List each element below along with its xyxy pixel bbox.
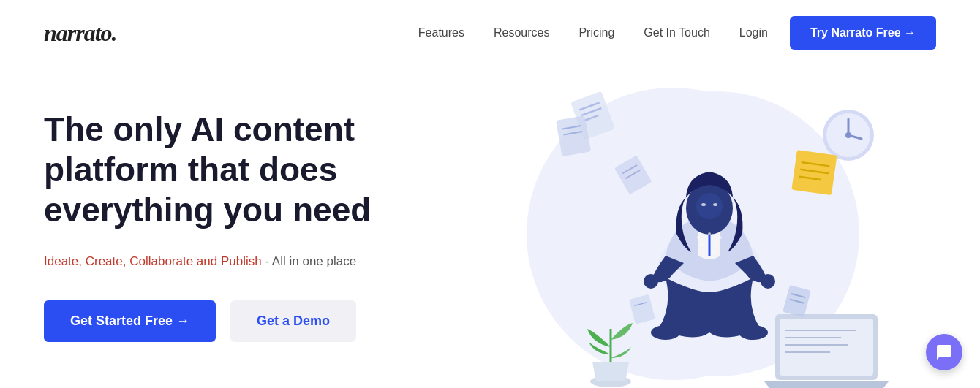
svg-point-36 <box>761 274 775 289</box>
hero-svg-illustration <box>512 80 921 388</box>
svg-rect-18 <box>780 319 873 376</box>
svg-point-40 <box>696 193 723 219</box>
svg-point-44 <box>708 232 711 235</box>
nav-resources[interactable]: Resources <box>494 26 549 39</box>
svg-point-47 <box>716 244 718 246</box>
hero-subtitle-highlight: Ideate, Create, Collaborate and Publish <box>44 254 262 268</box>
svg-point-46 <box>701 244 704 246</box>
svg-point-42 <box>713 203 717 206</box>
svg-rect-5 <box>556 115 591 156</box>
svg-point-45 <box>719 236 722 239</box>
nav-links: Features Resources Pricing Get In Touch … <box>418 26 768 39</box>
nav-get-in-touch[interactable]: Get In Touch <box>644 26 709 39</box>
svg-point-35 <box>644 274 658 289</box>
svg-point-37 <box>651 325 680 340</box>
chat-button[interactable] <box>926 334 962 370</box>
hero-subtitle: Ideate, Create, Collaborate and Publish … <box>44 251 483 271</box>
hero-title: The only AI content platform that does e… <box>44 110 483 231</box>
svg-point-48 <box>705 251 707 254</box>
svg-point-49 <box>712 251 715 254</box>
svg-point-43 <box>697 236 700 239</box>
nav-login[interactable]: Login <box>739 26 768 39</box>
svg-point-12 <box>845 132 851 138</box>
navbar: narrato. Features Resources Pricing Get … <box>0 0 980 66</box>
get-demo-button[interactable]: Get a Demo <box>230 300 356 342</box>
hero-buttons: Get Started Free → Get a Demo <box>44 300 483 342</box>
svg-point-38 <box>739 325 768 340</box>
hero-content: The only AI content platform that does e… <box>44 80 483 342</box>
nav-pricing[interactable]: Pricing <box>578 26 614 39</box>
get-started-button[interactable]: Get Started Free → <box>44 300 216 342</box>
hero-illustration <box>483 80 936 388</box>
svg-point-41 <box>701 203 706 206</box>
nav-features[interactable]: Features <box>418 26 464 39</box>
try-narrato-button[interactable]: Try Narrato Free → <box>790 16 936 50</box>
hero-subtitle-rest: - All in one place <box>262 254 356 268</box>
logo[interactable]: narrato. <box>44 20 117 47</box>
svg-rect-13 <box>791 150 837 195</box>
hero-section: The only AI content platform that does e… <box>0 66 980 388</box>
